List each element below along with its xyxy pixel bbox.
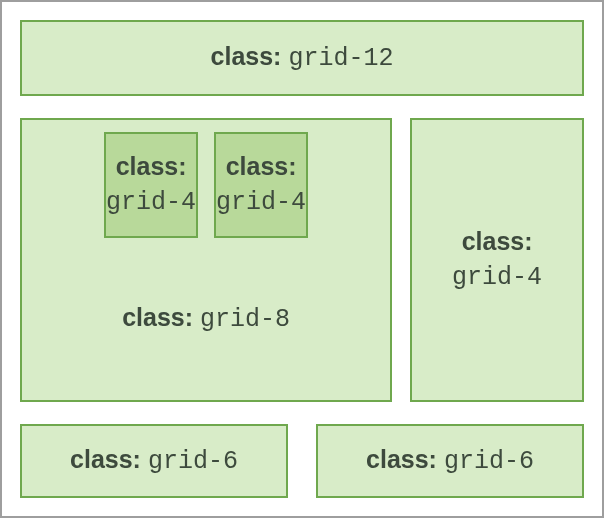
label-value: grid-4 [106,188,196,217]
label-value: grid-12 [288,44,393,73]
grid-12-label: class: grid-12 [211,40,394,76]
grid-4-inner-right-label: class: grid-4 [216,150,306,220]
label-value: grid-6 [148,447,238,476]
grid-diagram: class: grid-12 class: grid-4 class: grid… [0,0,604,518]
grid-6-right-label: class: grid-6 [366,443,534,479]
label-value: grid-4 [216,188,306,217]
label-key: class: [226,152,297,180]
middle-row: class: grid-4 class: grid-4 class: grid-… [20,118,584,402]
label-key: class: [462,227,533,255]
label-value: grid-4 [452,263,542,292]
label-value: grid-8 [200,305,290,334]
bottom-row: class: grid-6 class: grid-6 [20,424,584,498]
grid-4-inner-left: class: grid-4 [104,132,198,238]
grid-12-box: class: grid-12 [20,20,584,96]
grid-8-label-area: class: grid-8 [122,238,290,400]
label-key: class: [366,445,437,473]
grid-4-side-label: class: grid-4 [452,225,542,295]
label-value: grid-6 [444,447,534,476]
grid-6-left-box: class: grid-6 [20,424,288,498]
label-key: class: [116,152,187,180]
grid-4-inner-left-label: class: grid-4 [106,150,196,220]
grid-6-left-label: class: grid-6 [70,443,238,479]
grid-4-side-box: class: grid-4 [410,118,584,402]
grid-6-right-box: class: grid-6 [316,424,584,498]
grid-4-inner-right: class: grid-4 [214,132,308,238]
label-key: class: [70,445,141,473]
grid-8-inner-row: class: grid-4 class: grid-4 [104,132,308,238]
label-key: class: [122,303,193,331]
grid-8-label: class: grid-8 [122,301,290,337]
grid-8-box: class: grid-4 class: grid-4 class: grid-… [20,118,392,402]
label-key: class: [211,42,282,70]
